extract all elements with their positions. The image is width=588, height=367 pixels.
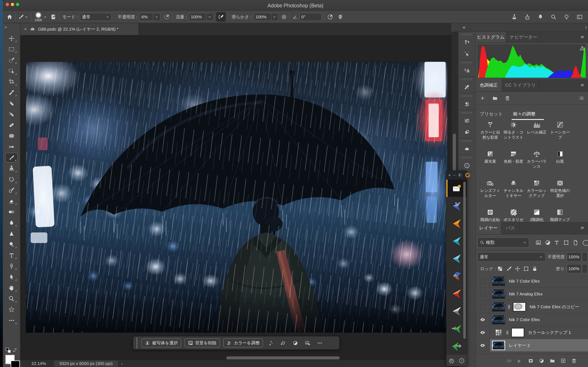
lock-pixels-icon[interactable] — [506, 266, 512, 272]
layer-row[interactable]: Nik 7 Analog Efex — [476, 288, 588, 300]
layer-visibility-empty[interactable] — [476, 275, 490, 287]
nik-scrollbar[interactable] — [463, 182, 466, 339]
hand-tool[interactable] — [5, 283, 18, 293]
layer-row[interactable]: Nik 7 Color Efex のコピー — [476, 300, 588, 313]
patch-tool[interactable] — [5, 131, 18, 141]
star-tool[interactable] — [5, 305, 18, 314]
document-image[interactable] — [26, 62, 447, 333]
panel-group-handle[interactable] — [461, 95, 472, 97]
tab-navigator[interactable]: ナビゲーター — [506, 32, 541, 42]
tool-settings-panel-icon[interactable] — [458, 82, 475, 93]
panel-group-handle[interactable] — [461, 140, 472, 142]
transform-icon[interactable] — [278, 338, 287, 347]
nik-gear-icon[interactable] — [448, 358, 454, 364]
panel-group-handle[interactable] — [461, 78, 472, 80]
close-tab-icon[interactable]: × — [24, 26, 27, 32]
channel-mix-panel-icon[interactable] — [458, 98, 475, 110]
tab-cc-libraries[interactable]: CC ライブラリ — [502, 79, 539, 91]
taskbar-drag-handle[interactable] — [136, 338, 138, 348]
tab-adjustments[interactable]: 色調補正 — [476, 79, 502, 91]
beta-flask-icon[interactable] — [511, 14, 517, 20]
layer-thumbnail[interactable] — [492, 289, 505, 299]
brush-angle-input[interactable]: 0° — [299, 13, 322, 21]
adjustment-icon[interactable] — [291, 338, 300, 347]
blend-mode-select[interactable]: 通常 — [80, 13, 112, 21]
panel-group-handle[interactable] — [461, 112, 472, 114]
toolbar-collapse-chevron[interactable]: » — [4, 25, 7, 30]
crop-tool[interactable] — [5, 77, 18, 87]
layer-name[interactable]: Nik 7 Color Efex のコピー — [530, 304, 579, 310]
mixer-brush-tool[interactable] — [5, 185, 18, 195]
chevron-down-icon[interactable] — [582, 252, 588, 262]
nik-minimize-icon[interactable]: − — [453, 173, 456, 178]
gear-icon[interactable] — [281, 14, 287, 20]
nik-sharpener-output[interactable] — [446, 337, 467, 355]
more-options-icon[interactable] — [315, 338, 324, 347]
link-layers-icon[interactable] — [506, 358, 512, 364]
adjustment-adj-exposure[interactable]: 露光量 — [479, 150, 502, 179]
brush-preset-picker[interactable]: 2400 — [35, 12, 42, 22]
filter-type-layers-icon[interactable] — [554, 240, 560, 246]
spot-healing-tool[interactable] — [5, 99, 18, 108]
subtab-single-adjustments[interactable]: 個々の調整 — [513, 111, 536, 117]
add-image-icon[interactable] — [303, 338, 312, 347]
path-selection-tool[interactable] — [5, 272, 18, 282]
add-adjustment-icon[interactable] — [480, 95, 485, 101]
properties-sliders-panel-icon[interactable] — [458, 115, 475, 126]
document-tab[interactable]: × G88.psdc @ 22.1% (レイヤー 2, RGB/8) * — [20, 23, 139, 35]
libraries-panel-icon[interactable] — [458, 126, 475, 138]
panel-menu-icon[interactable] — [580, 225, 585, 231]
delete-layer-icon[interactable] — [571, 358, 577, 364]
layer-thumbnail[interactable] — [492, 341, 505, 350]
default-colors-icon[interactable] — [6, 348, 11, 353]
filter-shape-layers-icon[interactable] — [563, 240, 569, 246]
notifications-bell-icon[interactable] — [537, 14, 544, 20]
pressure-opacity-icon[interactable] — [164, 14, 170, 20]
filter-adjustment-layers-icon[interactable] — [545, 240, 551, 246]
chevron-down-icon[interactable] — [24, 15, 29, 19]
panel-group-handle[interactable] — [461, 157, 472, 159]
search-icon[interactable] — [550, 14, 557, 20]
discover-lightbulb-icon[interactable] — [563, 14, 570, 20]
remove-background-button[interactable]: 背景を削除 — [185, 338, 220, 347]
adjustment-adj-photofilter[interactable]: レンズフィルター — [479, 179, 502, 208]
lock-artboard-icon[interactable] — [523, 266, 529, 272]
dodge-tool[interactable] — [5, 240, 18, 249]
zoom-tool[interactable] — [5, 294, 18, 304]
lock-all-icon[interactable] — [532, 266, 538, 272]
adjustment-adj-bw[interactable]: 白黒 — [548, 150, 572, 179]
layer-thumbnail[interactable] — [492, 276, 505, 286]
version-history-panel-icon[interactable] — [458, 37, 475, 48]
home-icon[interactable] — [7, 14, 13, 20]
lock-position-icon[interactable] — [515, 266, 521, 272]
layer-opacity-input[interactable]: 100% — [567, 252, 581, 262]
brush-tool-icon[interactable] — [18, 14, 24, 20]
marquee-tool[interactable] — [5, 44, 18, 54]
filter-smart-object-icon[interactable] — [572, 240, 579, 246]
panel-menu-icon[interactable] — [580, 34, 585, 40]
airbrush-toggle[interactable] — [216, 12, 226, 22]
histogram-warning-icon[interactable] — [580, 45, 585, 51]
layer-row[interactable]: レイヤー 2 — [476, 339, 588, 352]
adjustment-adj-levels[interactable]: レベル補正 — [525, 121, 548, 150]
layer-name[interactable]: Nik 7 Color Efex — [509, 279, 540, 284]
adjust-color-button[interactable]: カラーを調整 — [223, 338, 263, 347]
opacity-input[interactable]: 6% — [139, 13, 161, 21]
brush-settings-panel-icon[interactable] — [50, 14, 56, 20]
panel-group-handle[interactable] — [461, 33, 472, 35]
swap-colors-icon[interactable] — [12, 347, 17, 353]
layer-name[interactable]: レイヤー 2 — [509, 342, 530, 348]
layer-mask-thumbnail[interactable] — [513, 302, 526, 312]
eraser-tool[interactable] — [5, 196, 18, 206]
adjustment-adj-bc[interactable]: 明るさ・コントラスト — [502, 121, 525, 150]
layer-name[interactable]: カラールックアップ 1 — [528, 330, 571, 335]
share-icon[interactable] — [524, 14, 530, 20]
adjustment-adj-curves[interactable]: トーンカーブ — [548, 121, 572, 150]
flow-input[interactable]: 100% — [189, 13, 214, 21]
chevron-down-icon[interactable] — [43, 15, 47, 19]
selection-brush-tool[interactable] — [5, 55, 18, 65]
zoom-level[interactable]: 22.14% — [31, 361, 46, 366]
new-group-icon[interactable] — [550, 358, 555, 364]
remove-tool[interactable] — [5, 109, 18, 119]
healing-brush-tool[interactable] — [5, 120, 18, 130]
